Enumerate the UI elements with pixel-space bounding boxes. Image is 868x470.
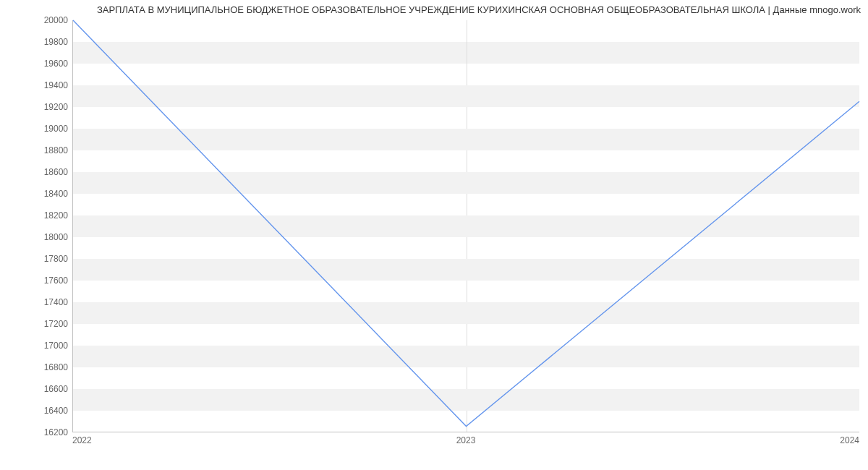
y-tick-label: 20000: [0, 15, 68, 25]
x-axis-ticks: 202220232024: [72, 435, 859, 450]
y-tick-label: 18600: [0, 167, 68, 177]
y-tick-label: 19000: [0, 124, 68, 134]
y-tick-label: 19800: [0, 37, 68, 47]
y-tick-label: 19400: [0, 80, 68, 90]
y-tick-label: 17200: [0, 319, 68, 329]
plot-area: [72, 20, 859, 432]
y-tick-label: 19200: [0, 102, 68, 112]
y-tick-label: 18400: [0, 189, 68, 199]
y-tick-label: 19600: [0, 59, 68, 69]
line-layer: [73, 20, 859, 432]
x-tick-label: 2022: [72, 435, 92, 445]
y-tick-label: 16200: [0, 427, 68, 437]
y-tick-label: 16800: [0, 362, 68, 372]
y-tick-label: 17400: [0, 297, 68, 307]
y-tick-label: 17800: [0, 254, 68, 264]
salary-line-chart: ЗАРПЛАТА В МУНИЦИПАЛЬНОЕ БЮДЖЕТНОЕ ОБРАЗ…: [0, 0, 868, 470]
series-salary-line: [73, 20, 859, 427]
x-tick-label: 2024: [840, 435, 859, 445]
y-tick-label: 18800: [0, 145, 68, 155]
chart-title: ЗАРПЛАТА В МУНИЦИПАЛЬНОЕ БЮДЖЕТНОЕ ОБРАЗ…: [7, 4, 861, 15]
y-tick-label: 18200: [0, 210, 68, 221]
y-tick-label: 16600: [0, 384, 68, 394]
x-tick-label: 2023: [456, 435, 476, 445]
y-tick-label: 17600: [0, 275, 68, 286]
y-tick-label: 17000: [0, 341, 68, 351]
y-tick-label: 18000: [0, 232, 68, 242]
y-tick-label: 16400: [0, 406, 68, 416]
y-axis-ticks: 1620016400166001680017000172001740017600…: [0, 20, 68, 432]
